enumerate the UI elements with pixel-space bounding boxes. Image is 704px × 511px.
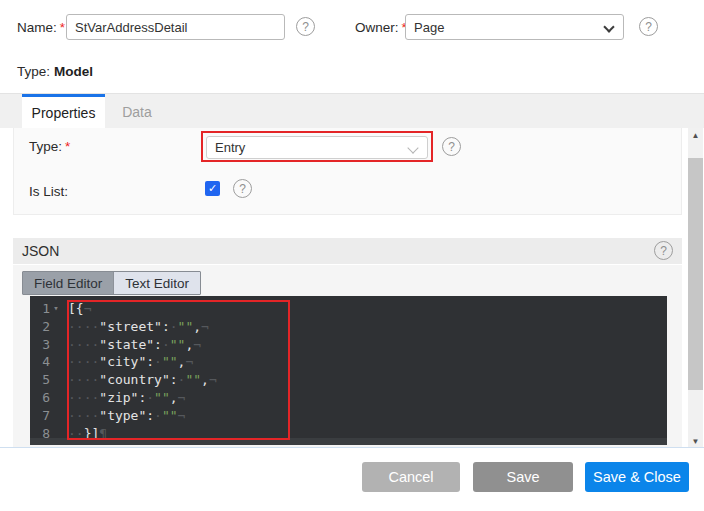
type-static-text: Type:Model: [17, 64, 93, 79]
properties-panel: Type:* Entry ? Is List: ✓ ?: [13, 128, 682, 215]
field-editor-button[interactable]: Field Editor: [23, 272, 113, 294]
tab-data[interactable]: Data: [105, 94, 169, 129]
tab-bar: Properties Data: [0, 93, 704, 128]
json-section-body: Field Editor Text Editor 1▾[{¬2····"stre…: [13, 265, 682, 447]
scrollbar-thumb[interactable]: [688, 158, 703, 390]
entry-type-label-text: Type:: [29, 139, 62, 154]
line-number: 6: [30, 389, 50, 407]
type-static-label: Type:: [17, 64, 50, 79]
save-button[interactable]: Save: [473, 462, 573, 492]
scroll-up-icon[interactable]: ▲: [688, 128, 703, 142]
scroll-down-icon[interactable]: ▼: [688, 434, 703, 448]
is-list-checkbox[interactable]: ✓: [205, 181, 220, 196]
name-label-text: Name:: [17, 20, 57, 35]
name-label: Name:*: [17, 20, 65, 35]
tab-properties-label: Properties: [32, 105, 96, 121]
type-static-value: Model: [54, 64, 93, 79]
fold-caret-icon[interactable]: ▾: [50, 300, 62, 318]
owner-help-icon[interactable]: ?: [639, 17, 658, 36]
json-section-header: JSON ?: [13, 238, 682, 264]
vertical-scrollbar[interactable]: ▲ ▼: [688, 128, 703, 448]
line-number: 4: [30, 353, 50, 371]
fold-spacer: [50, 336, 62, 354]
is-list-label: Is List:: [29, 184, 68, 199]
name-input[interactable]: [66, 14, 285, 40]
chevron-down-icon: [603, 21, 614, 32]
owner-label-text: Owner:: [355, 20, 399, 35]
type-dropdown-highlight-box: [201, 131, 433, 162]
save-and-close-button[interactable]: Save & Close: [585, 462, 689, 492]
owner-label: Owner:*: [355, 20, 407, 35]
cancel-button[interactable]: Cancel: [362, 462, 460, 492]
is-list-help-icon[interactable]: ?: [233, 179, 252, 198]
checkmark-icon: ✓: [208, 182, 217, 195]
owner-select[interactable]: Page: [405, 14, 624, 40]
line-number: 1: [30, 300, 50, 318]
text-editor-button[interactable]: Text Editor: [113, 272, 200, 294]
tab-properties[interactable]: Properties: [22, 94, 105, 129]
field-editor-button-label: Field Editor: [34, 276, 102, 291]
line-number: 3: [30, 336, 50, 354]
name-required-mark: *: [60, 20, 65, 35]
fold-spacer: [50, 371, 62, 389]
footer-divider: [0, 447, 704, 448]
line-number: 5: [30, 371, 50, 389]
line-number: 2: [30, 318, 50, 336]
json-code-highlight-box: [67, 300, 290, 440]
entry-type-required-mark: *: [65, 139, 70, 154]
entry-type-label: Type:*: [29, 139, 70, 154]
fold-spacer: [50, 353, 62, 371]
editor-mode-toggle: Field Editor Text Editor: [22, 271, 201, 295]
entry-type-help-icon[interactable]: ?: [442, 137, 461, 156]
variable-editor-dialog: Name:* ? Owner:* Page ? Type:Model Prope…: [0, 0, 704, 511]
line-number: 7: [30, 407, 50, 425]
owner-select-value: Page: [414, 20, 444, 35]
json-help-icon[interactable]: ?: [654, 241, 673, 260]
name-help-icon[interactable]: ?: [296, 17, 315, 36]
fold-spacer: [50, 318, 62, 336]
fold-spacer: [50, 407, 62, 425]
tab-data-label: Data: [122, 104, 152, 120]
text-editor-button-label: Text Editor: [125, 276, 189, 291]
fold-spacer: [50, 389, 62, 407]
json-section-title: JSON: [22, 243, 59, 259]
